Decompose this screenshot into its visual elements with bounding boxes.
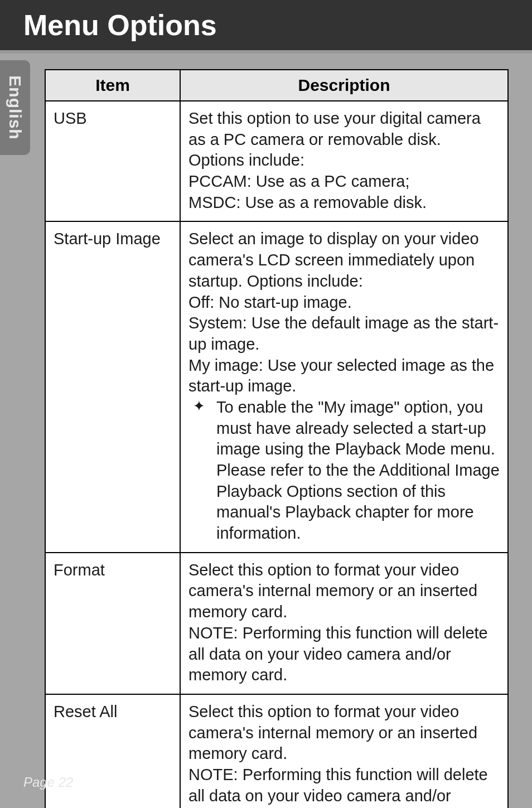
description-line: Select an image to display on your video… [188,229,500,292]
table-row: Format Select this option to format your… [45,553,508,694]
page-number: Page 22 [23,775,73,790]
description-line: My image: Use your selected image as the… [188,355,500,397]
item-cell: Format [45,553,180,694]
table-row: Start-up Image Select an image to displa… [45,221,508,552]
language-tab: English [0,60,30,155]
table-header-item: Item [45,70,180,101]
table-header-description: Description [180,70,508,101]
item-cell: Reset All [45,694,180,808]
description-sublist: ✦ To enable the "My image" option, you m… [188,397,500,544]
description-line: Select this option to format your video … [188,560,500,623]
options-table: Item Description USB Set this option to … [45,69,509,808]
star-icon: ✦ [193,397,205,416]
description-cell: Select this option to format your video … [180,553,508,694]
description-line: Set this option to use your digital came… [188,108,500,171]
item-cell: USB [45,101,180,221]
table-row: Reset All Select this option to format y… [45,694,508,808]
description-cell: Select an image to display on your video… [180,221,508,552]
description-line: Select this option to format your video … [188,701,500,765]
description-line: Off: No start-up image. [188,292,500,313]
header-band: Menu Options [0,0,532,54]
item-cell: Start-up Image [45,221,180,552]
description-line: System: Use the default image as the sta… [188,313,500,355]
table-row: USB Set this option to use your digital … [45,101,508,221]
content-area: Item Description USB Set this option to … [45,69,509,808]
language-tab-label: English [6,75,25,139]
description-line: NOTE: Performing this function will dele… [188,623,500,686]
sublist-text: To enable the "My image" option, you mus… [216,398,500,542]
description-line: MSDC: Use as a removable disk. [188,192,500,214]
description-line: NOTE: Performing this function will dele… [188,765,500,808]
page-title: Menu Options [23,8,217,42]
description-cell: Set this option to use your digital came… [180,101,508,221]
description-cell: Select this option to format your video … [180,694,508,808]
description-line: PCCAM: Use as a PC camera; [188,171,500,192]
